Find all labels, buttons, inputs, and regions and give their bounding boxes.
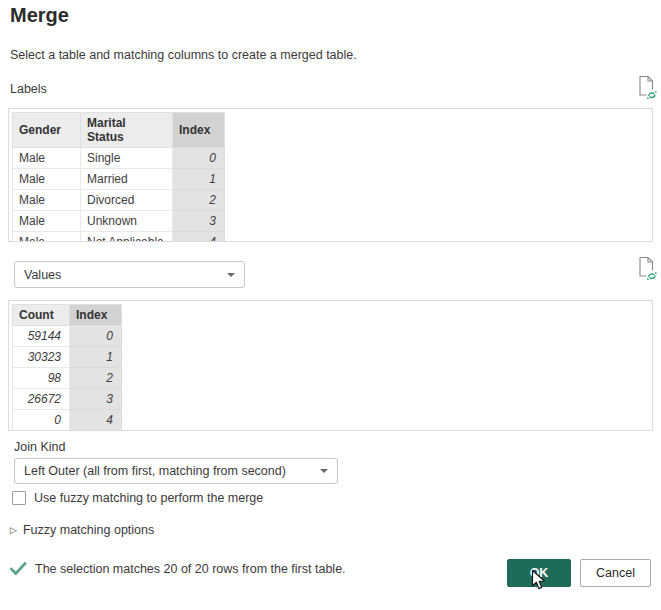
fuzzy-matching-checkbox[interactable]	[12, 491, 26, 505]
merge-dialog: Merge Select a table and matching column…	[0, 0, 661, 610]
table-cell[interactable]: 2	[70, 368, 122, 389]
table-cell[interactable]: 4	[173, 232, 225, 243]
table-row: MaleNot Applicable4	[13, 232, 225, 243]
table-cell[interactable]: 1	[70, 347, 122, 368]
table-cell[interactable]: Unknown	[81, 211, 173, 232]
second-table-preview: CountIndex59144030323198226672304	[8, 300, 653, 431]
second-table-dropdown-value: Values	[24, 268, 61, 282]
fuzzy-options-expander[interactable]: ▷ Fuzzy matching options	[10, 523, 154, 537]
table-cell[interactable]: Male	[13, 211, 81, 232]
fuzzy-matching-checkbox-row: Use fuzzy matching to perform the merge	[12, 491, 263, 505]
table-cell[interactable]: 3	[70, 389, 122, 410]
table-row: MaleMarried1	[13, 169, 225, 190]
table-cell[interactable]: 98	[13, 368, 70, 389]
table-row: MaleUnknown3	[13, 211, 225, 232]
table-row: 266723	[13, 389, 122, 410]
table-cell[interactable]: 30323	[13, 347, 70, 368]
table-row: 04	[13, 410, 122, 431]
table-cell[interactable]: 0	[13, 410, 70, 431]
fuzzy-matching-checkbox-label: Use fuzzy matching to perform the merge	[34, 491, 263, 505]
column-header-count[interactable]: Count	[13, 305, 70, 326]
ok-button[interactable]: OK	[507, 559, 571, 587]
join-kind-dropdown[interactable]: Left Outer (all from first, matching fro…	[14, 458, 338, 484]
first-table-preview: GenderMarital StatusIndexMaleSingle0Male…	[8, 108, 653, 242]
table-cell[interactable]: Not Applicable	[81, 232, 173, 243]
chevron-down-icon	[227, 273, 235, 277]
join-kind-label: Join Kind	[14, 440, 65, 454]
column-header-index[interactable]: Index	[173, 113, 225, 148]
refresh-preview-icon[interactable]	[636, 75, 657, 100]
table-cell[interactable]: Male	[13, 190, 81, 211]
dialog-subtitle: Select a table and matching columns to c…	[10, 48, 357, 62]
match-status: The selection matches 20 of 20 rows from…	[10, 562, 346, 576]
triangle-right-icon: ▷	[10, 524, 17, 536]
table-cell[interactable]: 0	[173, 148, 225, 169]
table-row: MaleSingle0	[13, 148, 225, 169]
table-cell[interactable]: 26672	[13, 389, 70, 410]
column-header-index[interactable]: Index	[70, 305, 122, 326]
table-cell[interactable]: 59144	[13, 326, 70, 347]
table-row: 982	[13, 368, 122, 389]
second-table-dropdown[interactable]: Values	[14, 261, 245, 288]
table-cell[interactable]: Male	[13, 169, 81, 190]
table-cell[interactable]: Male	[13, 232, 81, 243]
cancel-button[interactable]: Cancel	[580, 559, 651, 587]
table-row: 303231	[13, 347, 122, 368]
table-cell[interactable]: 1	[173, 169, 225, 190]
status-message: The selection matches 20 of 20 rows from…	[35, 562, 346, 576]
table-cell[interactable]: 0	[70, 326, 122, 347]
table-row: 591440	[13, 326, 122, 347]
first-table-label: Labels	[10, 82, 47, 96]
table-row: MaleDivorced2	[13, 190, 225, 211]
checkmark-icon	[10, 562, 27, 576]
column-header-gender[interactable]: Gender	[13, 113, 81, 148]
table-cell[interactable]: Married	[81, 169, 173, 190]
table-cell[interactable]: Divorced	[81, 190, 173, 211]
fuzzy-options-label: Fuzzy matching options	[23, 523, 154, 537]
page-title: Merge	[10, 4, 69, 27]
table-cell[interactable]: 2	[173, 190, 225, 211]
chevron-down-icon	[320, 469, 328, 473]
table-cell[interactable]: 4	[70, 410, 122, 431]
refresh-preview-icon[interactable]	[636, 256, 657, 281]
join-kind-dropdown-value: Left Outer (all from first, matching fro…	[24, 464, 286, 478]
table-cell[interactable]: 3	[173, 211, 225, 232]
values-table: CountIndex59144030323198226672304	[12, 304, 122, 431]
table-cell[interactable]: Male	[13, 148, 81, 169]
table-cell[interactable]: Single	[81, 148, 173, 169]
labels-table: GenderMarital StatusIndexMaleSingle0Male…	[12, 112, 225, 242]
column-header-marital-status[interactable]: Marital Status	[81, 113, 173, 148]
